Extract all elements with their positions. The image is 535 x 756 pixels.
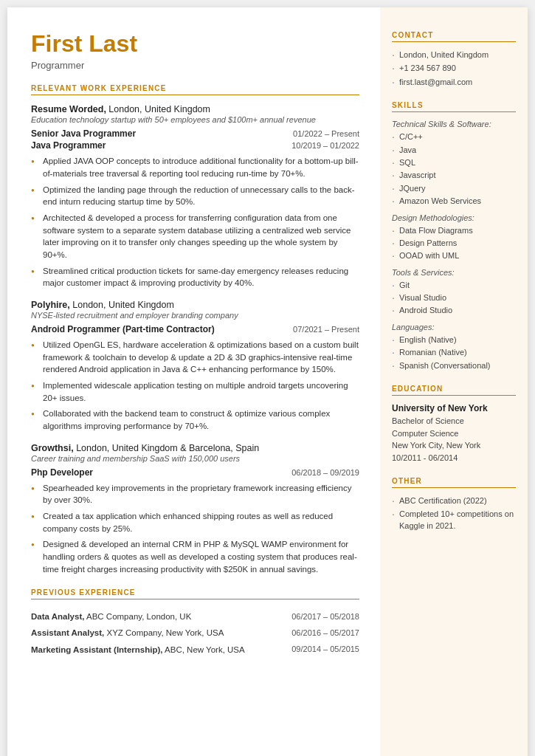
bullet-1-2: Collaborated with the backend team to co…: [31, 408, 359, 432]
company-desc-1: NYSE-listed recruitment and employer bra…: [31, 311, 359, 320]
skill-0-1: Java: [392, 145, 516, 156]
bullet-2-1: Created a tax application which enhanced…: [31, 510, 359, 535]
job-row-2-0: Php Developer 06/2018 – 09/2019: [31, 467, 359, 478]
bullet-2-2: Designed & developed an internal CRM in …: [31, 538, 359, 575]
skills-list-0: C/C++ Java SQL Javascript JQuery Amazon …: [392, 131, 516, 207]
bullet-list-0: Applied JAVA OOP concepts to introduce a…: [31, 155, 359, 289]
skill-3-2: Spanish (Conversational): [392, 360, 516, 371]
job-dates-0-1: 10/2019 – 01/2022: [291, 141, 359, 150]
job-dates-0-0: 01/2022 – Present: [293, 129, 359, 138]
skills-section-title: SKILLS: [392, 101, 516, 112]
skill-0-5: Amazon Web Services: [392, 196, 516, 207]
skill-3-1: Romanian (Native): [392, 347, 516, 358]
bullet-1-0: Utilized OpenGL ES, hardware acceleratio…: [31, 339, 359, 376]
company-header-2: Growthsi, London, United Kingdom & Barce…: [31, 443, 359, 453]
bullet-2-0: Spearheaded key improvements in the prop…: [31, 482, 359, 506]
company-name-2: Growthsi, London, United Kingdom & Barce…: [31, 443, 259, 453]
previous-exp-table: Data Analyst, ABC Company, London, UK 06…: [31, 608, 359, 657]
resume-container: First Last Programmer RELEVANT WORK EXPE…: [7, 7, 528, 756]
section-previous-exp-title: PREVIOUS EXPERIENCE: [31, 588, 359, 599]
job-title-2-0: Php Developer: [31, 467, 93, 478]
skill-1-2: OOAD with UML: [392, 250, 516, 261]
job-dates-2-0: 06/2018 – 09/2019: [291, 468, 359, 477]
bullet-1-1: Implemented widescale application testin…: [31, 379, 359, 404]
prev-exp-dates-1: 06/2016 – 05/2017: [280, 625, 359, 641]
contact-list: London, United Kingdom +1 234 567 890 fi…: [392, 49, 516, 88]
bullet-0-1: Optimized the landing page through the r…: [31, 184, 359, 208]
contact-section-title: CONTACT: [392, 31, 516, 42]
other-item-0: ABC Certification (2022): [392, 495, 516, 506]
job-row-0-1: Java Programmer 10/2019 – 01/2022: [31, 140, 359, 151]
skill-0-3: Javascript: [392, 170, 516, 181]
left-column: First Last Programmer RELEVANT WORK EXPE…: [7, 7, 380, 756]
skills-list-2: Git Visual Studio Android Studio: [392, 280, 516, 317]
prev-exp-role-1: Assistant Analyst, XYZ Company, New York…: [31, 625, 280, 641]
job-row-1-0: Android Programmer (Part-time Contractor…: [31, 324, 359, 334]
other-section: OTHER ABC Certification (2022) Completed…: [392, 477, 516, 532]
company-desc-0: Education technology startup with 50+ em…: [31, 115, 359, 124]
other-item-1: Completed 10+ competitions on Kaggle in …: [392, 509, 516, 532]
other-section-title: OTHER: [392, 477, 516, 488]
prev-exp-row-2: Marketing Assistant (Internship), ABC, N…: [31, 642, 359, 658]
company-header-1: Polyhire, London, United Kingdom: [31, 300, 359, 310]
candidate-name: First Last: [31, 31, 359, 57]
job-dates-1-0: 07/2021 – Present: [293, 325, 359, 334]
company-block-0: Resume Worded, London, United Kingdom Ed…: [31, 104, 359, 289]
bullet-list-2: Spearheaded key improvements in the prop…: [31, 482, 359, 576]
company-desc-2: Career training and membership SaaS with…: [31, 454, 359, 463]
prev-exp-dates-2: 09/2014 – 05/2015: [280, 642, 359, 658]
job-title-0-0: Senior Java Programmer: [31, 128, 136, 139]
prev-exp-dates-0: 06/2017 – 05/2018: [280, 608, 359, 625]
candidate-title: Programmer: [31, 60, 359, 71]
skill-2-2: Android Studio: [392, 305, 516, 316]
company-block-1: Polyhire, London, United Kingdom NYSE-li…: [31, 300, 359, 433]
contact-item-0: London, United Kingdom: [392, 49, 516, 61]
contact-item-1: +1 234 567 890: [392, 63, 516, 74]
job-title-1-0: Android Programmer (Part-time Contractor…: [31, 324, 215, 334]
skills-section: SKILLS Technical Skills & Software: C/C+…: [392, 101, 516, 371]
prev-exp-role-0: Data Analyst, ABC Company, London, UK: [31, 608, 280, 625]
skill-0-0: C/C++: [392, 131, 516, 142]
other-list: ABC Certification (2022) Completed 10+ c…: [392, 495, 516, 532]
skill-1-0: Data Flow Diagrams: [392, 225, 516, 236]
skills-cat-2: Tools & Services:: [392, 268, 516, 277]
skills-cat-3: Languages:: [392, 323, 516, 331]
bullet-0-0: Applied JAVA OOP concepts to introduce a…: [31, 155, 359, 179]
prev-exp-row-1: Assistant Analyst, XYZ Company, New York…: [31, 625, 359, 641]
prev-exp-row-0: Data Analyst, ABC Company, London, UK 06…: [31, 608, 359, 625]
skill-2-0: Git: [392, 280, 516, 291]
education-section-title: EDUCATION: [392, 385, 516, 396]
contact-item-2: first.last@gmail.com: [392, 77, 516, 88]
company-name-0: Resume Worded, London, United Kingdom: [31, 104, 210, 114]
company-block-2: Growthsi, London, United Kingdom & Barce…: [31, 443, 359, 576]
skills-list-1: Data Flow Diagrams Design Patterns OOAD …: [392, 225, 516, 262]
bullet-0-2: Architected & developed a process for tr…: [31, 212, 359, 261]
skill-2-1: Visual Studio: [392, 292, 516, 303]
skill-0-2: SQL: [392, 157, 516, 168]
company-header-0: Resume Worded, London, United Kingdom: [31, 104, 359, 114]
skill-1-1: Design Patterns: [392, 238, 516, 249]
edu-school: University of New York: [392, 403, 516, 413]
skills-list-3: English (Native) Romanian (Native) Spani…: [392, 334, 516, 371]
skill-3-0: English (Native): [392, 334, 516, 346]
bullet-0-3: Streamlined critical production tickets …: [31, 265, 359, 289]
job-title-0-1: Java Programmer: [31, 140, 106, 151]
skills-cat-0: Technical Skills & Software:: [392, 120, 516, 128]
prev-exp-role-2: Marketing Assistant (Internship), ABC, N…: [31, 642, 280, 658]
section-relevant-work-title: RELEVANT WORK EXPERIENCE: [31, 84, 359, 95]
right-column: CONTACT London, United Kingdom +1 234 56…: [380, 7, 528, 756]
bullet-list-1: Utilized OpenGL ES, hardware acceleratio…: [31, 339, 359, 433]
skills-cat-1: Design Methodologies:: [392, 213, 516, 222]
education-section: EDUCATION University of New York Bachelo…: [392, 385, 516, 464]
edu-degree: Bachelor of Science Computer Science New…: [392, 415, 516, 464]
skill-0-4: JQuery: [392, 183, 516, 194]
contact-section: CONTACT London, United Kingdom +1 234 56…: [392, 31, 516, 88]
company-name-1: Polyhire, London, United Kingdom: [31, 300, 174, 310]
job-row-0-0: Senior Java Programmer 01/2022 – Present: [31, 128, 359, 139]
